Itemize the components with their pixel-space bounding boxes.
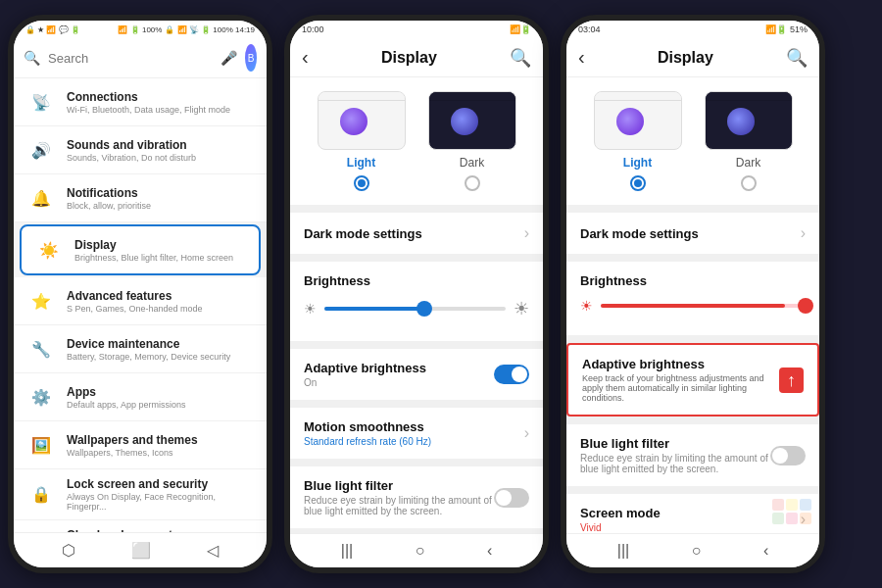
light-theme-preview bbox=[318, 91, 406, 150]
sounds-title: Sounds and vibration bbox=[67, 138, 255, 152]
brightness-slider-2[interactable]: ☀ ☀ bbox=[304, 288, 529, 329]
dark-theme-label: Dark bbox=[460, 156, 484, 170]
advanced-icon: ⭐ bbox=[25, 285, 57, 317]
dark-radio[interactable] bbox=[465, 175, 480, 191]
screenmode-row-3[interactable]: Screen mode Vivid › bbox=[580, 494, 806, 533]
back-icon-3[interactable]: ‹ bbox=[578, 46, 585, 69]
status-time-2: 10:00 bbox=[302, 24, 324, 34]
display-title-2: Display bbox=[381, 49, 437, 67]
settings-item-lockscreen[interactable]: 🔒 Lock screen and security Always On Dis… bbox=[14, 469, 267, 520]
adaptive-sub-2: On bbox=[304, 377, 494, 388]
display-content-2: Light Dark Dark mode settings › bbox=[290, 77, 543, 533]
phone-display-settings-3: 03:04 📶🔋 51% ‹ Display 🔍 Light Dark bbox=[561, 15, 825, 573]
nav-home-icon[interactable]: ⬜ bbox=[131, 541, 151, 560]
wallpapers-icon: 🖼️ bbox=[25, 429, 57, 461]
settings-item-connections[interactable]: 📡 Connections Wi-Fi, Bluetooth, Data usa… bbox=[14, 78, 267, 126]
light-theme-circle-3 bbox=[616, 108, 644, 135]
adaptive-toggle-2[interactable] bbox=[494, 365, 529, 384]
slider-track-2[interactable] bbox=[324, 307, 506, 311]
notifications-text: Notifications Block, allow, prioritise bbox=[67, 186, 255, 211]
light-theme-preview-3 bbox=[594, 91, 682, 150]
nav-recent-icon-2[interactable]: ||| bbox=[341, 542, 353, 560]
bluelight-toggle-2[interactable] bbox=[494, 488, 529, 508]
search-bar[interactable]: 🔍 🎤 B bbox=[14, 38, 267, 78]
brightness-title-3: Brightness bbox=[580, 273, 647, 288]
sun-small-icon-2: ☀ bbox=[304, 301, 317, 317]
dark-theme-preview bbox=[428, 91, 516, 150]
bixby-icon[interactable]: B bbox=[245, 44, 257, 72]
dark-radio-3[interactable] bbox=[741, 175, 757, 191]
settings-item-sounds[interactable]: 🔊 Sounds and vibration Sounds, Vibration… bbox=[14, 126, 267, 174]
slider-thumb-3[interactable] bbox=[798, 298, 813, 314]
light-radio[interactable] bbox=[354, 175, 369, 191]
bluelight-toggle-3[interactable] bbox=[770, 446, 806, 466]
bluelight-row-3[interactable]: Blue light filter Reduce eye strain by l… bbox=[580, 424, 806, 486]
theme-dark-option[interactable]: Dark bbox=[428, 91, 516, 191]
slider-thumb-2[interactable] bbox=[416, 301, 432, 317]
apps-text: Apps Default apps, App permissions bbox=[67, 385, 255, 410]
settings-list: 📡 Connections Wi-Fi, Bluetooth, Data usa… bbox=[14, 78, 267, 532]
adaptive-row-2[interactable]: Adaptive brightness On bbox=[304, 349, 529, 400]
notifications-sub: Block, allow, prioritise bbox=[67, 201, 255, 211]
status-bar-1: 🔒 ★ 📶 💬 🔋 📶🔋 100%🔒 📶 📡 🔋 100% 14:19 bbox=[14, 21, 267, 38]
sounds-sub: Sounds, Vibration, Do not disturb bbox=[67, 153, 255, 163]
slider-track-3[interactable] bbox=[601, 304, 806, 308]
slider-fill-3 bbox=[601, 304, 785, 308]
bluelight-title-3: Blue light filter bbox=[580, 436, 770, 451]
screenmode-title-3: Screen mode bbox=[580, 506, 801, 520]
mic-icon[interactable]: 🎤 bbox=[220, 50, 237, 66]
wallpapers-title: Wallpapers and themes bbox=[67, 433, 255, 447]
settings-item-cloud[interactable]: ☁️ Cloud and accounts Samsung Cloud, Bac… bbox=[14, 520, 267, 532]
advanced-title: Advanced features bbox=[67, 289, 255, 303]
nav-recent-icon[interactable]: ⬡ bbox=[62, 541, 75, 560]
adaptive-title-3: Adaptive brightness bbox=[582, 357, 775, 371]
dark-mode-chevron-3: › bbox=[801, 224, 806, 242]
dark-theme-circle bbox=[451, 108, 478, 135]
dark-mode-row-3[interactable]: Dark mode settings › bbox=[580, 213, 806, 254]
connections-icon: 📡 bbox=[25, 86, 57, 118]
theme-light-option-3[interactable]: Light bbox=[594, 91, 682, 191]
sounds-text: Sounds and vibration Sounds, Vibration, … bbox=[67, 138, 255, 163]
display-sub: Brightness, Blue light filter, Home scre… bbox=[74, 253, 247, 263]
display-text: Display Brightness, Blue light filter, H… bbox=[74, 238, 247, 263]
nav-home-icon-3[interactable]: ○ bbox=[692, 542, 702, 560]
settings-item-device[interactable]: 🔧 Device maintenance Battery, Storage, M… bbox=[14, 325, 267, 373]
status-icons-2: 📶🔋 bbox=[510, 24, 531, 34]
motion-section-2: Motion smoothness Standard refresh rate … bbox=[290, 408, 543, 459]
phone-settings-menu: 🔒 ★ 📶 💬 🔋 📶🔋 100%🔒 📶 📡 🔋 100% 14:19 🔍 🎤 … bbox=[8, 15, 272, 573]
dark-mode-chevron-2: › bbox=[524, 224, 529, 242]
display-content-3: Light Dark Dark mode settings › bbox=[566, 77, 819, 533]
light-radio-3[interactable] bbox=[630, 175, 646, 191]
motion-row-2[interactable]: Motion smoothness Standard refresh rate … bbox=[304, 408, 529, 459]
apps-sub: Default apps, App permissions bbox=[67, 400, 255, 410]
light-theme-label: Light bbox=[347, 156, 375, 170]
search-icon-2[interactable]: 🔍 bbox=[510, 47, 531, 69]
brightness-slider-3[interactable]: ☀ bbox=[580, 288, 806, 323]
search-icon-3[interactable]: 🔍 bbox=[786, 47, 808, 69]
settings-item-advanced[interactable]: ⭐ Advanced features S Pen, Games, One-ha… bbox=[14, 277, 267, 325]
settings-item-apps[interactable]: ⚙️ Apps Default apps, App permissions bbox=[14, 373, 267, 421]
theme-dark-option-3[interactable]: Dark bbox=[705, 91, 793, 191]
theme-light-option[interactable]: Light bbox=[318, 91, 406, 191]
nav-back-icon-2[interactable]: ‹ bbox=[487, 542, 492, 560]
search-input[interactable] bbox=[48, 51, 213, 66]
motion-chevron-2: › bbox=[524, 424, 529, 442]
settings-item-wallpapers[interactable]: 🖼️ Wallpapers and themes Wallpapers, The… bbox=[14, 421, 267, 469]
back-icon-2[interactable]: ‹ bbox=[302, 46, 309, 69]
nav-back-icon-3[interactable]: ‹ bbox=[763, 542, 768, 560]
status-time-3: 03:04 bbox=[578, 24, 601, 34]
bluelight-row-2[interactable]: Blue light filter Reduce eye strain by l… bbox=[304, 466, 529, 528]
settings-item-notifications[interactable]: 🔔 Notifications Block, allow, prioritise bbox=[14, 174, 267, 222]
adaptive-sub-3: Keep track of your brightness adjustment… bbox=[582, 373, 775, 403]
adaptive-row-3[interactable]: Adaptive brightness Keep track of your b… bbox=[582, 345, 804, 415]
settings-item-display[interactable]: ☀️ Display Brightness, Blue light filter… bbox=[20, 224, 261, 275]
nav-back-icon[interactable]: ◁ bbox=[207, 541, 219, 560]
adaptive-title-2: Adaptive brightness bbox=[304, 361, 494, 375]
screenmode-sub-3: Vivid bbox=[580, 522, 801, 533]
dark-mode-row-2[interactable]: Dark mode settings › bbox=[304, 213, 529, 254]
status-icons-3: 📶🔋 51% bbox=[765, 24, 808, 34]
nav-home-icon-2[interactable]: ○ bbox=[416, 542, 425, 560]
display-title: Display bbox=[74, 238, 247, 252]
nav-recent-icon-3[interactable]: ||| bbox=[617, 542, 629, 560]
device-title: Device maintenance bbox=[67, 337, 255, 351]
